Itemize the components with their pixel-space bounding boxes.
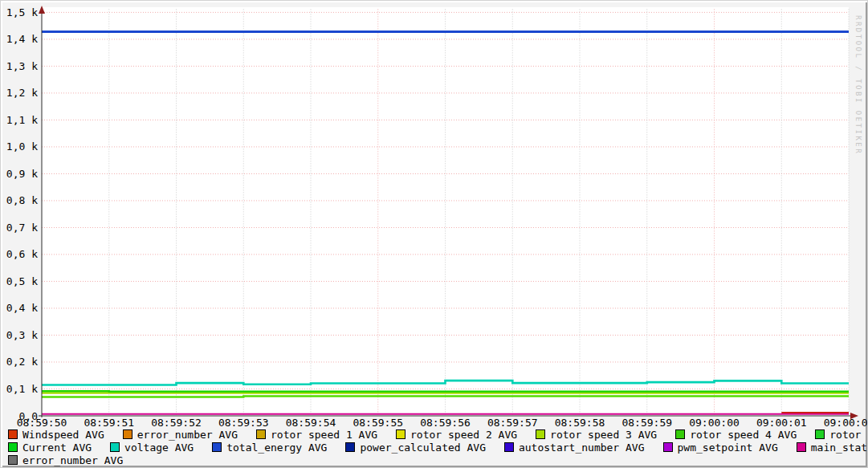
legend-item-label: rotor speed 3 AVG bbox=[550, 429, 657, 441]
legend-item: main_state_number AVG bbox=[797, 442, 868, 454]
x-tick-label: 08:59:58 bbox=[555, 417, 605, 427]
legend-item-label: power_calculated AVG bbox=[360, 442, 486, 454]
legend-item: rotor speed 2 AVG bbox=[396, 429, 517, 441]
legend-swatch bbox=[8, 455, 18, 465]
x-tick-label: 08:59:54 bbox=[286, 417, 336, 427]
y-tick-label: 0,9 k bbox=[6, 168, 38, 180]
legend-item-label: error_number AVG bbox=[137, 429, 238, 441]
legend-item: rotor speed 4 AVG bbox=[675, 429, 797, 441]
legend-item-label: rotor speed 4 AVG bbox=[690, 429, 797, 441]
legend-swatch bbox=[8, 442, 18, 452]
y-tick-label: 0,1 k bbox=[6, 383, 38, 395]
legend-swatch bbox=[212, 442, 222, 452]
legend-swatch bbox=[675, 429, 685, 439]
legend-item: voltage AVG bbox=[110, 442, 194, 454]
legend-item: error_number AVG bbox=[8, 454, 123, 466]
y-tick-label: 1,0 k bbox=[6, 140, 38, 153]
legend-item: rotor speed 1 AVG bbox=[256, 429, 377, 441]
x-tick-label: 08:59:50 bbox=[17, 417, 67, 427]
x-tick-label: 08:59:57 bbox=[487, 417, 538, 427]
legend-swatch bbox=[345, 442, 355, 452]
y-tick-label: 0,6 k bbox=[6, 248, 38, 260]
rrdtool-graph: 1,5 k1,4 k1,3 k1,2 k1,1 k1,0 k0,9 k0,8 k… bbox=[0, 0, 868, 468]
chart-canvas: 1,5 k1,4 k1,3 k1,2 k1,1 k1,0 k0,9 k0,8 k… bbox=[1, 1, 868, 427]
legend-item: rotor speed 5 AVG bbox=[815, 429, 868, 441]
y-tick-label: 0,4 k bbox=[6, 302, 38, 314]
legend-item-label: pwm_setpoint AVG bbox=[678, 442, 778, 454]
series-rotor-speed-5-avg bbox=[42, 397, 849, 397]
x-tick-label: 09:00:01 bbox=[756, 417, 807, 427]
y-tick-label: 0,2 k bbox=[6, 356, 38, 368]
legend-item-label: Windspeed AVG bbox=[22, 429, 104, 441]
legend-item-label: rotor speed 1 AVG bbox=[271, 429, 377, 441]
legend-swatch bbox=[396, 429, 405, 439]
legend-item-label: total_energy AVG bbox=[226, 442, 327, 454]
series-current-avg bbox=[42, 391, 849, 392]
y-tick-label: 0,7 k bbox=[6, 222, 38, 234]
legend-item-label: rotor speed 2 AVG bbox=[410, 429, 517, 441]
legend-item-label: error_number AVG bbox=[22, 454, 123, 466]
legend-swatch bbox=[504, 442, 514, 452]
legend-item: rotor speed 3 AVG bbox=[536, 429, 657, 441]
legend-item-label: rotor speed 5 AVG bbox=[829, 429, 868, 441]
y-tick-label: 0,3 k bbox=[6, 329, 38, 341]
x-tick-label: 09:00:02 bbox=[824, 417, 868, 427]
legend-item: error_number AVG bbox=[123, 429, 238, 441]
y-tick-label: 1,5 k bbox=[6, 6, 38, 18]
legend-item: total_energy AVG bbox=[212, 442, 327, 454]
legend-item: Current AVG bbox=[8, 442, 92, 454]
x-tick-label: 08:59:55 bbox=[352, 417, 403, 427]
chart-legend: Windspeed AVG error_number AVG rotor spe… bbox=[8, 428, 864, 466]
x-tick-label: 08:59:51 bbox=[84, 417, 134, 427]
legend-item: power_calculated AVG bbox=[345, 442, 486, 454]
x-tick-label: 08:59:56 bbox=[420, 417, 471, 427]
x-tick-label: 08:59:52 bbox=[151, 417, 202, 427]
legend-swatch bbox=[663, 442, 673, 452]
legend-swatch bbox=[797, 442, 806, 452]
x-tick-label: 08:59:59 bbox=[621, 417, 672, 427]
legend-swatch bbox=[815, 429, 825, 439]
y-tick-label: 1,3 k bbox=[6, 60, 38, 72]
legend-item: autostart_number AVG bbox=[504, 442, 645, 454]
y-tick-label: 1,2 k bbox=[6, 87, 38, 99]
rrdtool-watermark: RRDTOOL / TOBI OETIKER bbox=[854, 15, 862, 155]
legend-item-label: voltage AVG bbox=[124, 442, 194, 454]
x-tick-label: 09:00:00 bbox=[689, 417, 740, 427]
legend-item: Windspeed AVG bbox=[8, 429, 104, 441]
legend-swatch bbox=[256, 429, 266, 439]
x-tick-label: 08:59:53 bbox=[218, 417, 269, 427]
legend-swatch bbox=[8, 429, 18, 439]
legend-row: error_number AVG bbox=[8, 454, 864, 466]
legend-swatch bbox=[110, 442, 120, 452]
legend-item-label: autostart_number AVG bbox=[519, 442, 645, 454]
y-tick-label: 1,1 k bbox=[6, 114, 38, 126]
legend-swatch bbox=[123, 429, 132, 439]
legend-swatch bbox=[536, 429, 545, 439]
legend-item-label: Current AVG bbox=[22, 442, 92, 454]
legend-row: Windspeed AVG error_number AVG rotor spe… bbox=[8, 428, 864, 441]
legend-row: Current AVG voltage AVG total_energy AVG… bbox=[8, 441, 864, 454]
y-tick-label: 1,4 k bbox=[6, 33, 38, 45]
legend-item-label: main_state_number AVG bbox=[811, 442, 868, 454]
legend-item: pwm_setpoint AVG bbox=[663, 442, 778, 454]
y-tick-label: 0,8 k bbox=[6, 194, 38, 206]
y-tick-label: 0,5 k bbox=[6, 275, 38, 287]
